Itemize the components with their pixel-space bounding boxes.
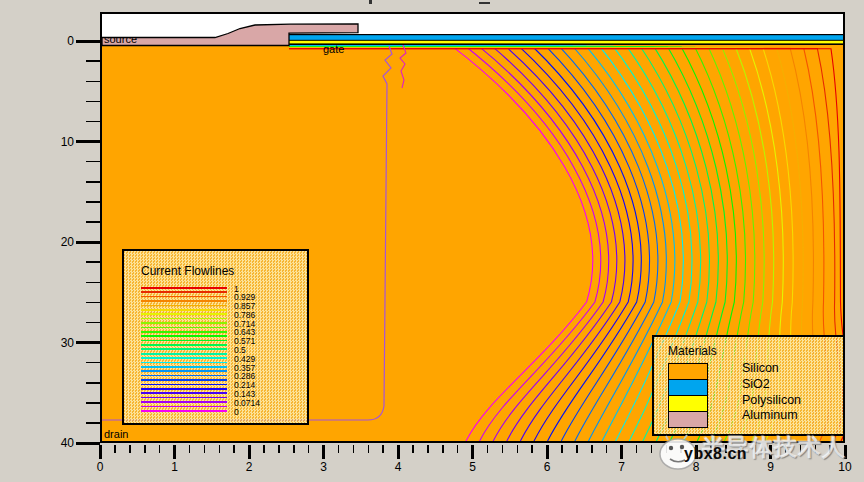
y-major-tick [76, 140, 100, 143]
flowline-legend-value: 0.929 [234, 293, 255, 301]
x-minor-tick [651, 445, 653, 453]
y-minor-tick [86, 81, 100, 83]
drain-label: drain [104, 428, 128, 440]
y-minor-tick [86, 422, 100, 424]
x-minor-tick [487, 445, 489, 453]
x-minor-tick [666, 445, 668, 453]
x-major-tick [695, 445, 698, 459]
flowline-legend-stripe [141, 397, 227, 399]
x-minor-tick [740, 445, 742, 453]
x-major-tick [769, 445, 772, 459]
x-minor-tick [591, 445, 593, 453]
x-minor-tick [114, 445, 116, 453]
y-minor-tick [86, 161, 100, 163]
y-axis-tick-label: 30 [40, 336, 74, 350]
material-swatch-sio2 [668, 379, 708, 396]
materials-legend[interactable]: Materials SiliconSiO2PolysiliconAluminum [652, 335, 845, 436]
y-minor-tick [86, 201, 100, 203]
flowline-legend-stripe [141, 291, 227, 293]
material-label: Aluminum [742, 408, 801, 424]
y-major-tick [76, 442, 100, 445]
materials-legend-title: Materials [668, 344, 717, 358]
polysilicon-layer [289, 41, 843, 44]
flowline-legend-stripe [141, 344, 227, 346]
flowline-legend-value: 0 [234, 408, 239, 416]
y-axis-tick-label: 40 [40, 436, 74, 450]
flowline-legend-stripe [141, 379, 227, 381]
flowline-legend-stripe [141, 392, 227, 394]
x-major-tick [620, 445, 623, 459]
x-axis-tick-label: 1 [160, 460, 190, 474]
flowlines-legend[interactable]: Current Flowlines 10.9290.8570.7860.7140… [122, 249, 309, 425]
y-minor-tick [86, 60, 100, 62]
flowline-legend-stripe [141, 327, 227, 329]
x-minor-tick [755, 445, 757, 453]
x-minor-tick [427, 445, 429, 453]
x-minor-tick [263, 445, 265, 453]
flowline-legend-value: 0.429 [234, 355, 255, 363]
flowline-legend-stripe [141, 401, 227, 403]
plot-canvas[interactable]: source gate drain Current Flowlines 10.9… [100, 12, 845, 443]
x-minor-tick [576, 445, 578, 453]
x-major-tick [322, 445, 325, 459]
x-minor-tick [606, 445, 608, 453]
x-axis-tick-label: 7 [607, 460, 637, 474]
x-axis-tick-label: 6 [532, 460, 562, 474]
flowline-legend-stripe [141, 388, 227, 390]
x-minor-tick [233, 445, 235, 453]
x-axis-tick-label: 5 [458, 460, 488, 474]
x-minor-tick [517, 445, 519, 453]
y-minor-tick [86, 221, 100, 223]
x-minor-tick [412, 445, 414, 453]
y-minor-tick [86, 101, 100, 103]
sio2-layer [289, 35, 843, 40]
x-major-tick [844, 445, 847, 459]
flowline-legend-stripe [141, 340, 227, 342]
flowline-legend-stripe [141, 335, 227, 337]
x-minor-tick [442, 445, 444, 453]
y-minor-tick [86, 402, 100, 404]
material-swatch-silicon [668, 363, 708, 380]
y-minor-tick [86, 181, 100, 183]
x-axis-tick-label: 9 [756, 460, 786, 474]
flowline-legend-stripe [141, 362, 227, 364]
x-minor-tick [636, 445, 638, 453]
clipped-title-mark [479, 2, 490, 4]
flowline-legend-stripe [141, 406, 227, 408]
x-minor-tick [308, 445, 310, 453]
x-minor-tick [531, 445, 533, 453]
clipped-title-mark [369, 0, 372, 4]
x-minor-tick [800, 445, 802, 453]
y-major-tick [76, 40, 100, 43]
flowline-legend-stripe [141, 313, 227, 315]
flowline-legend-stripe [141, 296, 227, 298]
y-major-tick [76, 341, 100, 344]
x-minor-tick [710, 445, 712, 453]
flowline-legend-stripe [141, 287, 227, 289]
x-minor-tick [680, 445, 682, 453]
flowline-legend-stripe [141, 318, 227, 320]
flowline-legend-value: 0.286 [234, 372, 255, 380]
flowline-legend-stripe [141, 357, 227, 359]
flowline-legend-stripe [141, 300, 227, 302]
flowline-legend-stripe [141, 331, 227, 333]
y-minor-tick [86, 322, 100, 324]
material-label: Silicon [742, 361, 801, 377]
flowline-legend-value: 0.786 [234, 311, 255, 319]
x-major-tick [248, 445, 251, 459]
material-swatch-polysilicon [668, 395, 708, 412]
material-swatch-aluminum [668, 411, 708, 428]
x-axis-tick-label: 0 [85, 460, 115, 474]
x-minor-tick [278, 445, 280, 453]
x-minor-tick [159, 445, 161, 453]
x-minor-tick [219, 445, 221, 453]
flowline-legend-stripe [141, 309, 227, 311]
x-axis-tick-label: 10 [830, 460, 860, 474]
flowline-legend-value: 0.143 [234, 390, 255, 398]
flowline-legend-value: 0.214 [234, 381, 255, 389]
y-minor-tick [86, 362, 100, 364]
x-major-tick [471, 445, 474, 459]
flowline-legend-stripe [141, 305, 227, 307]
x-minor-tick [561, 445, 563, 453]
tonyplot-window: source gate drain Current Flowlines 10.9… [0, 0, 864, 482]
